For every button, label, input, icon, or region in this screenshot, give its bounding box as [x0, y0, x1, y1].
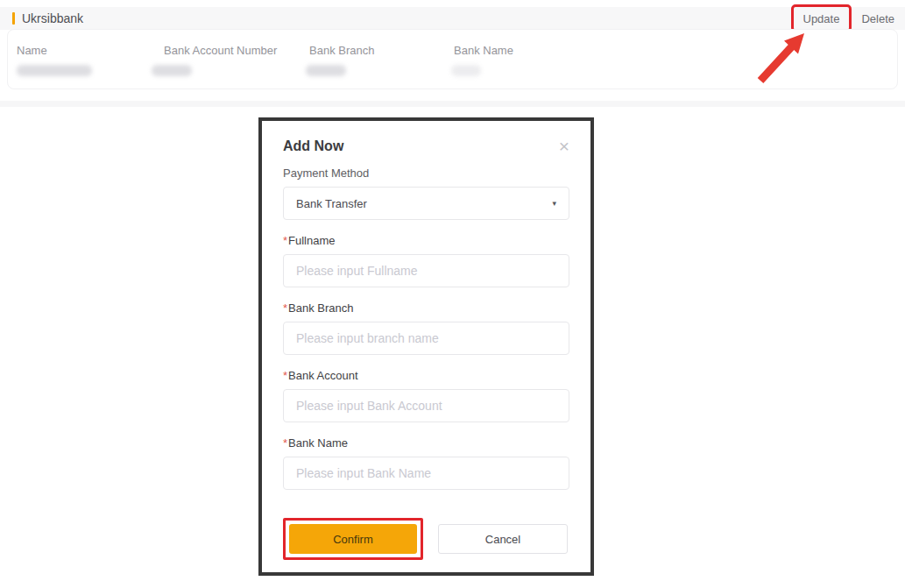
column-header-bank-branch: Bank Branch [309, 44, 374, 57]
bank-name-label-text: Bank Name [288, 436, 348, 450]
section-title-label: Ukrsibbank [22, 11, 83, 25]
cancel-button[interactable]: Cancel [438, 524, 568, 554]
payment-method-label: Payment Method [283, 166, 569, 180]
bank-branch-label-text: Bank Branch [288, 301, 353, 315]
required-mark: * [283, 369, 287, 382]
bank-account-label: *Bank Account [283, 369, 569, 382]
redacted-value-account [152, 65, 192, 76]
column-header-bank-name: Bank Name [454, 44, 513, 57]
redacted-value-name [17, 65, 92, 76]
annotation-box-confirm: Confirm [283, 518, 423, 560]
column-header-name: Name [17, 44, 47, 57]
payment-method-select[interactable]: Bank Transfer ▾ [283, 187, 569, 220]
update-button[interactable]: Update [803, 12, 840, 25]
column-header-account-number: Bank Account Number [164, 44, 277, 57]
bank-branch-input[interactable] [283, 322, 569, 355]
section-title: Ukrsibbank [12, 11, 83, 25]
fullname-label-text: Fullname [288, 234, 335, 247]
bank-name-input[interactable] [283, 457, 569, 490]
annotation-arrow-icon [746, 26, 817, 96]
bank-name-label: *Bank Name [283, 436, 569, 450]
chevron-down-icon: ▾ [552, 199, 556, 208]
bank-branch-label: *Bank Branch [283, 301, 569, 315]
section-divider-band [0, 101, 905, 107]
redacted-value-bank [451, 65, 481, 76]
required-mark: * [283, 234, 287, 247]
confirm-button[interactable]: Confirm [289, 524, 417, 554]
required-mark: * [283, 301, 287, 315]
fullname-label: *Fullname [283, 234, 569, 247]
delete-button[interactable]: Delete [856, 12, 900, 25]
accent-bar-icon [12, 12, 15, 25]
close-icon[interactable]: × [559, 138, 569, 154]
bank-account-input[interactable] [283, 389, 569, 422]
redacted-value-branch [306, 65, 346, 76]
payment-method-value: Bank Transfer [296, 197, 367, 210]
fullname-input[interactable] [283, 254, 569, 287]
bank-account-label-text: Bank Account [288, 369, 358, 382]
add-now-modal: Add Now × Payment Method Bank Transfer ▾… [258, 117, 594, 576]
modal-title: Add Now [283, 138, 343, 154]
required-mark: * [283, 436, 287, 450]
